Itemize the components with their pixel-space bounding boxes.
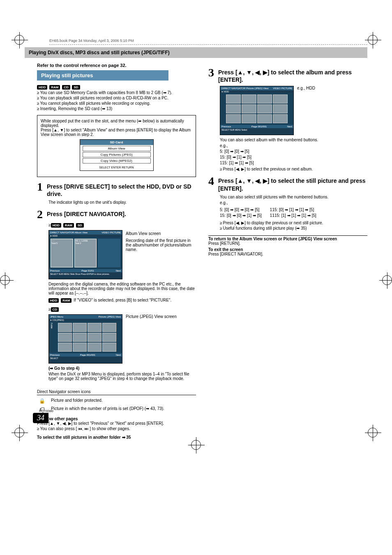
nav3-prev[interactable]: Previous: [221, 125, 231, 128]
picture-thumb[interactable]: [242, 114, 256, 123]
direct-navigator-picture-view: DIRECT NAVIGATOR Picture (JPEG) View VID…: [220, 86, 294, 135]
step-3-line-c: 115: [1] ➡ [1] ➡ [5]: [220, 161, 367, 165]
book-header: EH65.book Page 34 Monday, April 3, 2006 …: [49, 37, 367, 45]
jpeg-thumb[interactable]: [58, 343, 72, 352]
jpeg-thumb[interactable]: [102, 323, 116, 332]
video-note-text: If "VIDEO" is selected, press [B] to sel…: [74, 298, 171, 302]
album-view-caption-title: Album View screen: [126, 231, 196, 236]
divx-note: When the DivX or MP3 Menu is displayed, …: [48, 372, 196, 381]
step-3-number: 3: [208, 67, 214, 83]
dpof-icon-text: Picture in which the number of prints is…: [51, 406, 196, 411]
menu-album-view[interactable]: Album View: [83, 146, 151, 151]
step-2-badges: ≥HDD RAM SD: [48, 223, 196, 228]
jpeg-thumb[interactable]: [73, 333, 87, 342]
picture-thumb[interactable]: [257, 114, 272, 123]
s4-pair-0-0: 5: [0] ➡ [0] ➡ [0] ➡ [5]: [220, 207, 262, 212]
other-pages-line2: You can also press [ ⏮, ⏭ ] to show othe…: [40, 426, 130, 431]
nav3-next[interactable]: Next: [287, 125, 292, 128]
album-thumb-empty: [98, 239, 120, 267]
jpeg-thumb[interactable]: [102, 343, 116, 352]
picture-thumb[interactable]: [226, 104, 241, 113]
step-4-line1: You can also select still pictures with …: [220, 195, 367, 199]
intro-bullet-1: You can use SD Memory Cards with capacit…: [40, 90, 173, 95]
jpeg-thumb[interactable]: [88, 323, 101, 332]
s4-pair-0-1: 115: [0] ➡ [1] ➡ [1] ➡ [5]: [270, 207, 316, 212]
jpeg-thumb[interactable]: [73, 323, 87, 332]
album-thumb-2[interactable]: 001 1. 1.2006Total 3: [74, 239, 97, 267]
jpeg-page: Page 001/001: [80, 354, 95, 356]
step-3-after: You can also select album with the numbe…: [220, 138, 367, 142]
nav3-hdd-label: HDD: [224, 90, 229, 93]
step-1-number: 1: [37, 181, 43, 198]
media-badge-row: HDD RAM CD SD: [37, 85, 196, 90]
picture-thumb[interactable]: [242, 104, 256, 113]
nav3-page: Page 001/001: [251, 125, 267, 128]
picture-thumb[interactable]: [226, 94, 241, 104]
ram-badge: RAM: [49, 85, 60, 90]
registration-mark-bl: [14, 428, 24, 438]
nav-next[interactable]: Next: [116, 269, 121, 272]
sd-badge: SD: [72, 85, 80, 90]
nav-prev[interactable]: Previous: [50, 269, 60, 272]
refer-line: Refer to the control reference on page 3…: [37, 63, 196, 68]
jpeg-scroll[interactable]: [117, 323, 120, 352]
jpeg-thumb[interactable]: [88, 343, 101, 352]
step-1: 1 Press [DRIVE SELECT] to select the HDD…: [37, 181, 196, 198]
picture-thumb[interactable]: [273, 104, 288, 113]
callout-line1: While stopped put the card in the slot, …: [41, 119, 192, 128]
jpeg-thumb[interactable]: [58, 323, 72, 332]
picture-thumb[interactable]: [257, 104, 272, 113]
jpeg-thumb[interactable]: [102, 333, 116, 342]
return-body: Press [RETURN].: [208, 241, 367, 246]
nav-foot-hint: SELECT SUB MENU Slide Show Press ENTER t…: [49, 272, 122, 276]
pic-scroll-r[interactable]: [288, 94, 292, 123]
exit-heading: To exit the screen: [208, 247, 367, 252]
rqt-code: RQT8380: [39, 409, 53, 413]
video-select-note: HDD RAM If "VIDEO" is selected, press [B…: [48, 298, 196, 303]
return-heading: To return to the Album View screen or Pi…: [208, 237, 367, 241]
nav3-foot-hint: SELECT SUB MENU Select: [220, 128, 293, 131]
jpeg-next[interactable]: Next: [116, 354, 121, 356]
step-1-title: Press [DRIVE SELECT] to select the HDD, …: [47, 183, 196, 198]
cd-badge-2: CD: [51, 307, 59, 312]
jpeg-head-right: Picture (JPEG) View: [98, 315, 121, 318]
step-2-number: 2: [37, 209, 43, 220]
registration-mark-mr: [382, 275, 392, 285]
depending-note: Depending on the digital camera, the edi…: [48, 282, 196, 295]
nav3-head-right: VIDEO PICTURE: [273, 87, 292, 90]
jpeg-thumb[interactable]: [88, 333, 101, 342]
folder-tab[interactable]: Folder: [51, 323, 57, 352]
jpeg-prev[interactable]: Previous: [50, 354, 60, 356]
goto-step-4: (➡ Go to step 4): [48, 366, 196, 371]
step-4-number: 4: [208, 175, 214, 192]
step-4-eg: e.g.,: [220, 200, 367, 205]
icons-table: 🔒 Picture and folder protected. 🏷 Pictur…: [37, 397, 196, 413]
sd-card-menu: SD Card Album View Copy Pictures (JPEG) …: [80, 139, 154, 171]
menu-copy-pictures[interactable]: Copy Pictures (JPEG): [83, 152, 151, 157]
picture-thumb[interactable]: [273, 114, 288, 123]
nav-hdd-label: HDD: [52, 235, 58, 237]
callout-line2: Press [▲, ▼] to select "Album View" and …: [41, 128, 192, 137]
step-3-eg: e.g., HDD: [297, 86, 367, 90]
s4-pair-1-0: 15: [0] ➡ [0] ➡ [1] ➡ [5]: [220, 213, 262, 218]
jpeg-thumb[interactable]: [73, 343, 87, 352]
step-3: 3 Press [▲, ▼, ◀, ▶] to select the album…: [208, 67, 367, 83]
picture-thumb[interactable]: [226, 114, 241, 123]
intro-bullet-3: You cannot playback still pictures while…: [40, 101, 151, 106]
picture-thumb[interactable]: [242, 94, 256, 104]
s4-pair-1-1: 1115: [1] ➡ [1] ➡ [1] ➡ [5]: [270, 213, 316, 218]
menu-copy-video[interactable]: Copy Video (MPEG2): [83, 158, 151, 164]
nav-page: Page 01/01: [81, 269, 94, 272]
jpeg-thumb[interactable]: [58, 333, 72, 342]
exit-body: Press [DIRECT NAVIGATOR].: [208, 252, 367, 256]
intro-bullets: You can use SD Memory Cards with capacit…: [37, 90, 196, 111]
step-2-title: Press [DIRECT NAVIGATOR].: [47, 210, 126, 220]
registration-mark-bc: [191, 440, 201, 450]
pic-scroll-l[interactable]: [222, 94, 225, 123]
hdd-badge-3: HDD: [48, 298, 59, 303]
picture-thumb[interactable]: [273, 94, 288, 104]
picture-thumb[interactable]: [257, 94, 272, 104]
album-thumb-1[interactable]: - - -Total 5: [51, 239, 73, 267]
intro-bullet-2: You can playback still pictures recorded…: [40, 96, 168, 100]
sd-card-menu-title: SD Card: [80, 140, 153, 145]
